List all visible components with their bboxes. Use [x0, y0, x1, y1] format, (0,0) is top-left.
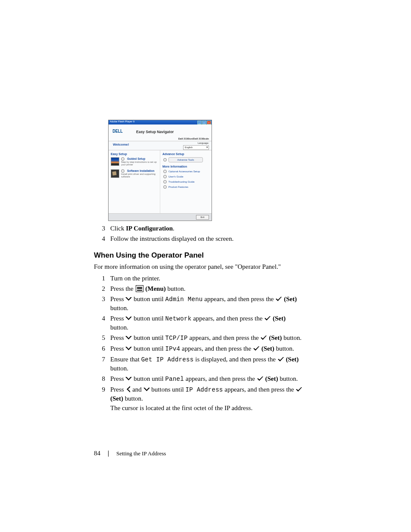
app-screenshot: Adobe Flash Player 9 _ □ × DELL Easy Set… [108, 120, 212, 221]
down-icon [125, 376, 132, 382]
check-icon [296, 387, 302, 392]
check-icon [257, 376, 264, 382]
bullet-icon [163, 158, 167, 162]
op-step-9: 9 Press and buttons until IP Address app… [94, 385, 303, 403]
software-install-card[interactable]: Software Installation Install print driv… [111, 169, 158, 178]
easy-setup-heading: Easy Setup [111, 152, 158, 156]
window-titlebar: Adobe Flash Player 9 _ □ × [109, 120, 212, 124]
check-icon [277, 357, 284, 362]
bullet-icon [121, 169, 125, 173]
check-icon [275, 296, 282, 302]
down-icon [125, 297, 132, 302]
exit-button[interactable]: Exit [196, 215, 209, 220]
op-step-5: 5 Press button until TCP/IP appears, and… [94, 333, 303, 342]
troubleshooting-guide-link[interactable]: Troubleshooting Guide [163, 180, 209, 184]
language-label: Language: [198, 142, 209, 144]
model-label: Dell 2150cn/Dell 2150cdn [178, 137, 209, 140]
close-icon[interactable]: × [207, 121, 211, 124]
window-title: Adobe Flash Player 9 [110, 120, 134, 123]
guided-setup-desc: Step by step instructions to set up your… [121, 161, 158, 166]
software-install-thumb [111, 169, 119, 178]
guided-setup-title: Guided Setup [127, 157, 145, 160]
down-icon [125, 336, 132, 341]
maximize-icon[interactable]: □ [202, 121, 206, 124]
guided-setup-card[interactable]: Guided Setup Step by step instructions t… [111, 157, 158, 166]
software-install-desc: Install print driver and supporting soft… [121, 173, 158, 178]
step-4: 4 Follow the instructions displayed on t… [94, 234, 303, 243]
op-step-6: 6 Press button until IPv4 appears, and t… [94, 344, 303, 353]
check-icon [253, 346, 260, 352]
down-icon [125, 316, 132, 321]
window-controls: _ □ × [197, 121, 211, 124]
op-step-8: 8 Press button until Panel appears, and … [94, 374, 303, 383]
step-9-followup: The cursor is located at the first octet… [110, 404, 303, 412]
down-icon [125, 346, 132, 352]
bullet-icon [163, 175, 167, 178]
bullet-icon [163, 170, 167, 173]
menu-icon [136, 285, 143, 292]
welcome-label: Welcome! [113, 143, 129, 146]
product-features-link[interactable]: Product Features [163, 185, 209, 189]
more-info-heading: More Information [162, 165, 209, 168]
op-step-2: 2 Press the (Menu) button. [94, 284, 303, 293]
users-guide-link[interactable]: User's Guide [163, 175, 209, 178]
step-3: 3 Click IP Configuration. [94, 224, 303, 233]
app-title: Easy Setup Navigator [136, 130, 174, 134]
optional-accessories-link[interactable]: Optional Accessories Setup [163, 170, 209, 173]
footer-divider [108, 451, 109, 457]
op-step-7: 7 Ensure that Get IP Address is displaye… [94, 355, 303, 373]
language-select[interactable]: English [183, 145, 209, 150]
section-heading: When Using the Operator Panel [94, 251, 303, 260]
bullet-icon [163, 185, 167, 189]
guided-setup-thumb [111, 157, 119, 166]
advance-setup-heading: Advance Setup [162, 152, 209, 156]
dell-logo: DELL [112, 129, 122, 134]
advance-tools-button[interactable]: Advance Tools [168, 157, 203, 162]
bullet-icon [121, 157, 125, 161]
page-footer: 84 Setting the IP Address [94, 450, 166, 457]
check-icon [264, 316, 271, 321]
minimize-icon[interactable]: _ [197, 121, 202, 124]
app-header: DELL Easy Setup Navigator Dell 2150cn/De… [109, 124, 212, 141]
back-icon [125, 386, 131, 392]
op-step-1: 1 Turn on the printer. [94, 274, 303, 283]
op-step-3: 3 Press button until Admin Menu appears,… [94, 295, 303, 312]
intro-paragraph: For more information on using the operat… [94, 263, 303, 271]
op-step-4: 4 Press button until Network appears, an… [94, 314, 303, 332]
page-number: 84 [94, 450, 100, 457]
footer-title: Setting the IP Address [116, 450, 166, 457]
check-icon [260, 335, 267, 341]
software-install-title: Software Installation [127, 169, 155, 172]
page-body: 3 Click IP Configuration. 4 Follow the i… [94, 222, 303, 415]
down-icon [143, 387, 150, 392]
bullet-icon [163, 180, 167, 184]
